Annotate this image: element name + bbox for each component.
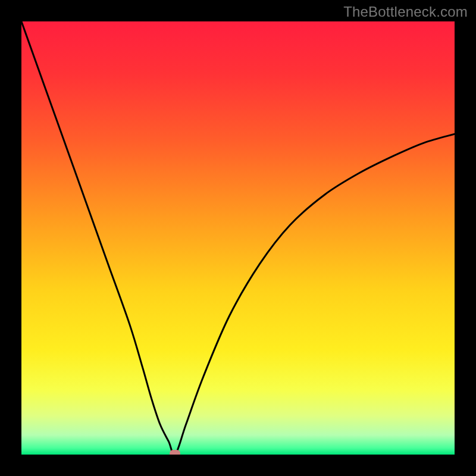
optimal-marker	[170, 450, 180, 455]
bottleneck-curve	[21, 21, 455, 455]
plot-area	[21, 21, 455, 455]
watermark-text: TheBottleneck.com	[343, 4, 468, 20]
chart-frame: TheBottleneck.com	[0, 0, 476, 476]
